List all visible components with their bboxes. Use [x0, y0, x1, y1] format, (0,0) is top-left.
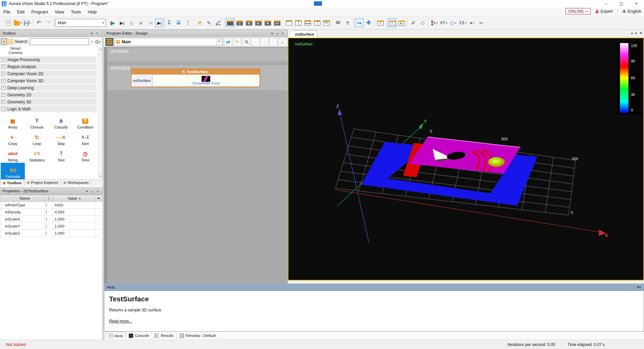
compare-window-button[interactable]: ■1: [397, 18, 406, 27]
chevron-down-icon[interactable]: ▾: [446, 21, 447, 24]
online-badge[interactable]: ONLINE ⌁: [566, 8, 591, 14]
menu-program[interactable]: Program: [28, 8, 51, 16]
tab-workspaces[interactable]: ▣Workspaces: [61, 179, 92, 186]
expand-icon[interactable]: +: [2, 72, 5, 76]
stop-program-button[interactable]: ■: [137, 18, 145, 27]
filter-block-testsurface[interactable]: 0. TestSurface outSurface Show/Hide Port…: [131, 68, 260, 87]
expand-icon[interactable]: +: [2, 100, 5, 104]
toolbox-category-logic-math[interactable]: −Logic & Math: [0, 106, 97, 112]
read-more-link[interactable]: Read more...: [109, 319, 132, 323]
edit-connections-button[interactable]: ✎: [205, 18, 213, 27]
clear-search-icon[interactable]: ×: [90, 39, 94, 44]
pan-tool-button[interactable]: ↪: [355, 18, 364, 27]
tool-sort[interactable]: A↓ZSort: [73, 130, 97, 146]
settings-view-toggle[interactable]: ◎: [8, 39, 13, 44]
home-button[interactable]: ⌂: [278, 38, 286, 46]
tool-test[interactable]: ?Test: [49, 146, 73, 163]
menu-edit[interactable]: Edit: [14, 8, 28, 16]
tab-filmstrip-default[interactable]: Filmstrip - Default: [177, 332, 219, 339]
visibility-cell[interactable]: [45, 216, 53, 223]
tool-skip[interactable]: ⋯✕Skip: [49, 130, 73, 146]
tab-project-explorer[interactable]: ▣Project Explorer: [24, 179, 61, 186]
tool-formula[interactable]: f(x)Formula: [1, 163, 25, 179]
visibility-cell[interactable]: [45, 209, 53, 216]
previous-iteration-button[interactable]: |◀: [146, 18, 155, 27]
pin-icon[interactable]: ┬: [90, 189, 95, 193]
menu-tools[interactable]: Tools: [67, 8, 84, 16]
step-over-button[interactable]: ⇊: [174, 18, 183, 27]
eye-icon[interactable]: [46, 224, 47, 229]
chevron-down-icon[interactable]: ▾: [436, 21, 438, 24]
scroll-tabs-left-icon[interactable]: ◂: [631, 31, 633, 35]
tab-results[interactable]: Results: [152, 332, 176, 339]
expand-icon[interactable]: +: [2, 58, 5, 61]
program-statistics-button[interactable]: [214, 18, 223, 27]
eye-icon[interactable]: [46, 217, 47, 221]
expand-icon[interactable]: +: [2, 79, 5, 83]
toolbox-category-region-analysis[interactable]: +Region Analysis: [0, 63, 97, 70]
scroll-down-icon[interactable]: ▼: [99, 175, 102, 178]
collapse-icon[interactable]: −: [2, 107, 5, 111]
preview-window-2-button[interactable]: ||: [235, 18, 244, 27]
menu-view[interactable]: View: [51, 8, 67, 16]
toolbox-scrollbar[interactable]: ▲ ▼: [98, 47, 102, 179]
tab-console[interactable]: >_Console: [126, 332, 152, 339]
search-input[interactable]: [30, 38, 89, 45]
undo-button[interactable]: ↶: [35, 18, 43, 27]
eye-icon[interactable]: [46, 231, 47, 236]
layout-columns-button[interactable]: [313, 18, 321, 27]
point-size-button[interactable]: •▾: [477, 18, 486, 27]
add-filter-icon[interactable]: +: [99, 40, 101, 44]
scroll-up-icon[interactable]: ▲: [99, 48, 102, 51]
tool-time[interactable]: ◷Time: [73, 146, 97, 163]
tool-classify[interactable]: ⋔Classify: [49, 113, 73, 130]
tab-toolbox[interactable]: ▣Toolbox: [0, 179, 24, 186]
visibility-cell[interactable]: [45, 230, 53, 237]
preview-window-3-button[interactable]: ▦: [245, 18, 253, 27]
help-button[interactable]: ?: [343, 18, 352, 27]
chevron-down-icon[interactable]: ▾: [482, 21, 483, 24]
preview-window-1-button[interactable]: [226, 18, 234, 27]
selection-window-button[interactable]: ↖: [376, 18, 385, 27]
find-button[interactable]: [242, 38, 250, 46]
icons-view-toggle[interactable]: ▦: [1, 39, 7, 44]
property-value[interactable]: 1.000: [53, 223, 95, 230]
close-icon[interactable]: ×: [280, 32, 285, 35]
chevron-down-icon[interactable]: ▾: [102, 21, 104, 24]
move-tool-button[interactable]: ✜: [364, 18, 373, 27]
z-colormap-button[interactable]: z▾: [430, 18, 439, 27]
step-into-button[interactable]: ↧: [165, 18, 173, 27]
tool-statistics[interactable]: 1²3Statistics: [25, 146, 49, 163]
language-button[interactable]: ⊕ English: [623, 9, 641, 14]
maximize-button[interactable]: ▢: [614, 0, 629, 7]
filter-output-port[interactable]: outSurface: [131, 74, 152, 87]
tool-array[interactable]: ▦Array: [1, 113, 25, 130]
style-cell[interactable]: [95, 223, 103, 230]
expand-icon[interactable]: +: [2, 93, 5, 97]
surface-3d-view[interactable]: ZYX050050001209060300 outSurface: [288, 38, 644, 281]
layout-hmi-button[interactable]: HMI: [322, 18, 331, 27]
save-program-button[interactable]: ▾: [23, 18, 32, 27]
close-icon[interactable]: ×: [95, 32, 100, 35]
toolbox-category-geometry-2d[interactable]: +Geometry 2D: [0, 92, 97, 98]
style-cell[interactable]: [95, 202, 103, 209]
run-program-button[interactable]: ▶: [108, 18, 117, 27]
tool-copy[interactable]: ●◦Copy: [1, 130, 25, 146]
tool-choose[interactable]: YChoose: [25, 113, 49, 130]
color-picker-button[interactable]: ✐: [409, 18, 418, 27]
filter-block-title[interactable]: 0. TestSurface: [131, 69, 260, 74]
macrofilter-selector[interactable]: Main ▾: [114, 38, 223, 46]
send-feedback-button[interactable]: ✉: [334, 18, 342, 27]
program-canvas[interactable]: ACQUIRE PROCESS 0. TestSurface outSurfac…: [104, 47, 288, 284]
z-axis-button[interactable]: ↥Z▾: [458, 18, 467, 27]
property-value[interactable]: 4.000: [53, 209, 95, 216]
tab-hints[interactable]: ?Hints: [105, 332, 126, 339]
wireframe-3d-view-button[interactable]: ◇: [418, 18, 427, 27]
iterate-program-button[interactable]: ▶|: [118, 18, 126, 27]
tool-string[interactable]: abcdString: [1, 146, 25, 163]
view-cube-button[interactable]: ◇▾: [449, 18, 458, 27]
layout-single-button[interactable]: [284, 18, 293, 27]
toolbox-category-deep-learning[interactable]: +Deep Learning: [0, 85, 97, 91]
layout-quad-button[interactable]: [294, 18, 303, 27]
toolbox-category-computer-vision-3d[interactable]: +Computer Vision 3D: [0, 78, 97, 84]
